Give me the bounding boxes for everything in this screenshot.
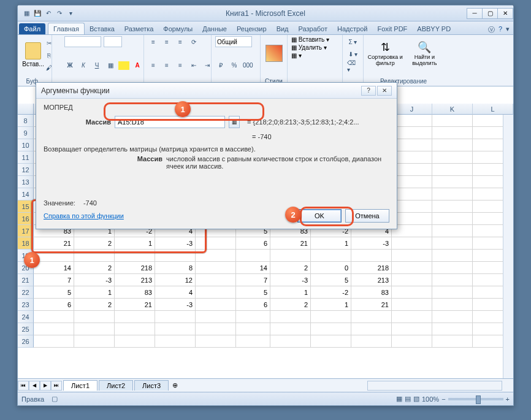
- cell[interactable]: [351, 250, 392, 262]
- align-center-icon[interactable]: ≡: [161, 60, 172, 71]
- insert-cells-button[interactable]: ▦ Вставить ▾: [291, 36, 338, 43]
- cell[interactable]: 21: [115, 299, 155, 311]
- cell[interactable]: -3: [155, 237, 196, 250]
- help-link[interactable]: Справка по этой функции: [44, 212, 124, 220]
- cell[interactable]: [432, 335, 473, 348]
- cell[interactable]: [392, 200, 432, 213]
- cell[interactable]: [74, 250, 115, 262]
- cell[interactable]: 14: [236, 262, 270, 274]
- row-header[interactable]: 9: [18, 127, 34, 139]
- help-icon[interactable]: ?: [499, 25, 502, 34]
- align-bottom-icon[interactable]: ≡: [175, 36, 186, 47]
- cell[interactable]: [115, 323, 155, 335]
- indent-dec-icon[interactable]: ⇤: [188, 60, 199, 71]
- cell[interactable]: [432, 250, 473, 262]
- cell[interactable]: 7: [236, 274, 270, 286]
- font-color-button[interactable]: A: [132, 60, 143, 71]
- cell[interactable]: [392, 335, 432, 348]
- cell[interactable]: 21: [34, 237, 74, 250]
- col-header[interactable]: K: [432, 104, 473, 115]
- cell[interactable]: [311, 323, 351, 335]
- cell[interactable]: [392, 299, 432, 311]
- cell[interactable]: 1: [115, 237, 155, 250]
- cell[interactable]: 8: [155, 262, 196, 274]
- row-header[interactable]: 25: [18, 323, 34, 335]
- dialog-help-button[interactable]: ?: [361, 86, 376, 96]
- cell[interactable]: [432, 286, 473, 299]
- row-header[interactable]: 22: [18, 286, 34, 299]
- zoom-level[interactable]: 100%: [422, 395, 439, 403]
- tab-home[interactable]: Главная: [48, 23, 85, 34]
- paste-button[interactable]: Встав...: [21, 36, 45, 73]
- cell[interactable]: [392, 188, 432, 200]
- cell[interactable]: 1: [311, 237, 351, 250]
- cell[interactable]: [270, 311, 311, 323]
- tab-view[interactable]: Вид: [272, 23, 294, 34]
- col-header[interactable]: J: [392, 104, 432, 115]
- cell[interactable]: -3: [270, 274, 311, 286]
- maximize-button[interactable]: ▢: [482, 8, 498, 19]
- cell[interactable]: [392, 127, 432, 139]
- cell[interactable]: [432, 323, 473, 335]
- cell[interactable]: [270, 323, 311, 335]
- cell[interactable]: 12: [155, 274, 196, 286]
- cell[interactable]: [392, 176, 432, 188]
- arg-input[interactable]: [115, 116, 225, 128]
- tab-insert[interactable]: Вставка: [85, 23, 120, 34]
- cell[interactable]: [432, 311, 473, 323]
- cell[interactable]: [432, 127, 473, 139]
- zoom-in-button[interactable]: +: [506, 395, 510, 403]
- cell[interactable]: [196, 311, 236, 323]
- autosum-icon[interactable]: Σ ▾: [346, 36, 359, 47]
- cell[interactable]: [74, 335, 115, 348]
- cell[interactable]: [74, 311, 115, 323]
- tab-abbyy[interactable]: ABBYY PD: [412, 23, 456, 34]
- sheet-next-icon[interactable]: ▶: [40, 381, 51, 391]
- cell[interactable]: [196, 335, 236, 348]
- zoom-slider[interactable]: [448, 398, 503, 400]
- cell[interactable]: 2: [74, 262, 115, 274]
- styles-icon[interactable]: [266, 45, 283, 62]
- qat-dropdown-icon[interactable]: ▾: [66, 9, 75, 18]
- cell[interactable]: 2: [74, 237, 115, 250]
- cell[interactable]: [155, 311, 196, 323]
- cell[interactable]: [115, 311, 155, 323]
- cell[interactable]: [196, 274, 236, 286]
- cell[interactable]: 213: [115, 274, 155, 286]
- cell[interactable]: 7: [34, 274, 74, 286]
- cell[interactable]: 21: [270, 237, 311, 250]
- sheet-tab-1[interactable]: Лист1: [63, 380, 97, 391]
- range-picker-icon[interactable]: ▦: [229, 116, 240, 128]
- align-left-icon[interactable]: ≡: [148, 60, 159, 71]
- number-format-select[interactable]: [215, 36, 252, 47]
- cell[interactable]: 83: [115, 286, 155, 299]
- cell[interactable]: [115, 250, 155, 262]
- cell[interactable]: [392, 225, 432, 237]
- cell[interactable]: [351, 323, 392, 335]
- cell[interactable]: [236, 323, 270, 335]
- format-painter-icon[interactable]: 🖌: [44, 62, 55, 73]
- zoom-out-button[interactable]: −: [441, 395, 445, 403]
- cell[interactable]: 2: [270, 299, 311, 311]
- row-header[interactable]: 12: [18, 164, 34, 176]
- cell[interactable]: 4: [155, 286, 196, 299]
- row-header[interactable]: 11: [18, 151, 34, 164]
- macro-record-icon[interactable]: ▢: [52, 395, 58, 403]
- cell[interactable]: -3: [74, 274, 115, 286]
- row-header[interactable]: 16: [18, 213, 34, 225]
- tab-foxit[interactable]: Foxit PDF: [372, 23, 412, 34]
- cell[interactable]: 1: [311, 299, 351, 311]
- orientation-icon[interactable]: ⟳: [188, 36, 199, 47]
- cell[interactable]: [432, 299, 473, 311]
- cut-icon[interactable]: ✂: [44, 37, 55, 48]
- cell[interactable]: [392, 250, 432, 262]
- cell[interactable]: [392, 274, 432, 286]
- sheet-tab-3[interactable]: Лист3: [134, 380, 169, 391]
- copy-icon[interactable]: ⎘: [44, 50, 55, 61]
- cell[interactable]: [236, 311, 270, 323]
- cell[interactable]: [432, 213, 473, 225]
- cell[interactable]: 5: [236, 286, 270, 299]
- close-button[interactable]: ✕: [497, 8, 513, 19]
- cell[interactable]: 0: [311, 262, 351, 274]
- sheet-prev-icon[interactable]: ◀: [29, 381, 40, 391]
